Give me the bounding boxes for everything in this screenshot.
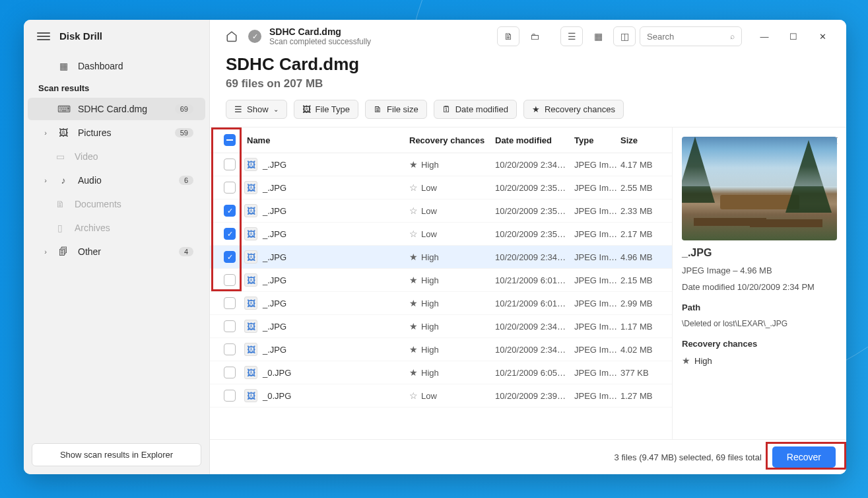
star-icon: ★ xyxy=(409,367,418,378)
chevron-right-icon: › xyxy=(42,176,49,184)
column-name[interactable]: Name xyxy=(244,135,409,145)
view-file-icon[interactable]: 🗎 xyxy=(497,26,519,46)
source-title: SDHC Card.dmg xyxy=(269,26,371,37)
size-value: 4.02 MB xyxy=(620,345,667,355)
show-in-explorer-button[interactable]: Show scan results in Explorer xyxy=(32,443,201,466)
star-icon: ☆ xyxy=(409,390,418,401)
column-type[interactable]: Type xyxy=(574,135,620,145)
view-folder-icon[interactable]: 🗀 xyxy=(523,26,546,46)
file-icon: 🖼 xyxy=(244,227,257,240)
filter-file-size[interactable]: 🗎 File size xyxy=(365,100,427,119)
image-icon: 🖼 xyxy=(302,104,311,114)
sidebar-item-label: SDHC Card.dmg xyxy=(78,104,147,114)
star-icon: ★ xyxy=(409,252,418,262)
size-value: 4.17 MB xyxy=(620,160,667,170)
star-icon: ★ xyxy=(409,298,418,308)
table-row[interactable]: ✓🖼_.JPG☆Low10/20/2009 2:35…JPEG Im…2.33 … xyxy=(210,199,672,223)
file-icon: 🖼 xyxy=(244,181,257,194)
search-input[interactable]: ⌕ xyxy=(640,26,742,46)
sidebar-item-sdhc[interactable]: ⌨ SDHC Card.dmg 69 xyxy=(28,98,205,120)
preview-recovery-label: Recovery chances xyxy=(682,339,837,349)
recovery-value: High xyxy=(421,299,439,308)
file-icon: 🖼 xyxy=(244,158,257,171)
row-checkbox[interactable] xyxy=(224,297,236,309)
table-row[interactable]: 🖼_.JPG★High10/20/2009 2:34…JPEG Im…4.02 … xyxy=(210,338,672,361)
sidebar-item-video[interactable]: ▭ Video xyxy=(28,145,205,168)
column-date[interactable]: Date modified xyxy=(495,135,574,145)
date-value: 10/20/2009 2:34… xyxy=(495,345,574,355)
row-checkbox[interactable] xyxy=(224,320,236,332)
filter-file-type[interactable]: 🖼 File Type xyxy=(294,100,359,119)
calendar-icon: 🗓 xyxy=(442,104,451,114)
star-icon: ☆ xyxy=(409,182,418,193)
sidebar-item-archives[interactable]: ▯ Archives xyxy=(28,217,205,239)
date-value: 10/20/2009 2:35… xyxy=(495,183,574,193)
row-checkbox[interactable] xyxy=(224,390,236,402)
table-row[interactable]: 🖼_0.JPG☆Low10/20/2009 2:39…JPEG Im…1.27 … xyxy=(210,384,672,408)
view-list-icon[interactable]: ☰ xyxy=(560,26,583,46)
table-row[interactable]: 🖼_.JPG★High10/21/2009 6:01…JPEG Im…2.99 … xyxy=(210,292,672,315)
table-row[interactable]: 🖼_.JPG★High10/20/2009 2:34…JPEG Im…4.17 … xyxy=(210,153,672,176)
select-all-checkbox[interactable] xyxy=(224,134,236,146)
size-value: 1.27 MB xyxy=(620,391,667,401)
table-row[interactable]: 🖼_.JPG★High10/20/2009 2:34…JPEG Im…1.17 … xyxy=(210,315,672,338)
row-checkbox[interactable] xyxy=(224,182,236,194)
close-button[interactable]: ✕ xyxy=(809,26,836,46)
table-row[interactable]: 🖼_0.JPG★High10/21/2009 6:05…JPEG Im…377 … xyxy=(210,361,672,384)
sidebar-item-pictures[interactable]: › 🖼 Pictures 59 xyxy=(28,122,205,144)
filter-date-modified[interactable]: 🗓 Date modified xyxy=(434,100,517,119)
sidebar-item-other[interactable]: › 🗐 Other 4 xyxy=(28,240,205,263)
type-value: JPEG Im… xyxy=(574,160,620,170)
maximize-button[interactable]: ☐ xyxy=(780,26,807,46)
row-checkbox[interactable] xyxy=(224,274,236,286)
view-grid-icon[interactable]: ▦ xyxy=(587,26,609,46)
row-checkbox[interactable] xyxy=(224,343,236,355)
date-value: 10/20/2009 2:34… xyxy=(495,252,574,262)
table-row[interactable]: ✓🖼_.JPG☆Low10/20/2009 2:35…JPEG Im…2.17 … xyxy=(210,223,672,246)
row-checkbox[interactable]: ✓ xyxy=(224,251,236,263)
view-split-icon[interactable]: ◫ xyxy=(613,26,636,46)
chevron-right-icon: › xyxy=(42,248,49,256)
row-checkbox[interactable] xyxy=(224,367,236,378)
footer: 3 files (9.47 MB) selected, 69 files tot… xyxy=(210,439,846,474)
home-icon[interactable] xyxy=(222,26,242,46)
row-checkbox[interactable]: ✓ xyxy=(224,205,236,217)
preview-meta: JPEG Image – 4.96 MB xyxy=(682,266,837,275)
file-name: _.JPG xyxy=(263,252,286,262)
star-icon: ★ xyxy=(682,355,690,366)
sidebar-item-dashboard[interactable]: ▦ Dashboard xyxy=(28,55,205,77)
date-value: 10/20/2009 2:39… xyxy=(495,391,574,401)
file-name: _.JPG xyxy=(263,345,286,355)
sidebar-item-audio[interactable]: › ♪ Audio 6 xyxy=(28,169,205,192)
row-checkbox[interactable] xyxy=(224,159,236,170)
file-name: _.JPG xyxy=(263,299,286,308)
sidebar-section-scan-results: Scan results xyxy=(24,78,209,97)
other-icon: 🗐 xyxy=(57,246,69,257)
type-value: JPEG Im… xyxy=(574,368,620,378)
row-checkbox[interactable]: ✓ xyxy=(224,228,236,240)
menu-icon[interactable] xyxy=(37,32,50,40)
file-name: _.JPG xyxy=(263,206,286,216)
show-dropdown[interactable]: ☰ Show ⌄ xyxy=(226,100,287,119)
column-recovery[interactable]: Recovery chances xyxy=(409,135,495,145)
date-value: 10/20/2009 2:35… xyxy=(495,206,574,216)
recovery-value: High xyxy=(421,345,439,355)
file-icon: 🖼 xyxy=(244,320,257,333)
badge: 6 xyxy=(179,176,193,185)
search-field[interactable] xyxy=(647,32,730,42)
minimize-button[interactable]: — xyxy=(751,26,778,46)
drive-icon: ⌨ xyxy=(57,104,69,114)
recovery-value: Low xyxy=(421,206,437,216)
column-size[interactable]: Size xyxy=(620,135,667,145)
type-value: JPEG Im… xyxy=(574,345,620,355)
table-row[interactable]: ✓🖼_.JPG★High10/20/2009 2:34…JPEG Im…4.96… xyxy=(210,246,672,269)
type-value: JPEG Im… xyxy=(574,322,620,332)
file-icon: 🖼 xyxy=(244,273,257,287)
filter-recovery[interactable]: ★ Recovery chances xyxy=(523,100,624,119)
date-value: 10/20/2009 2:34… xyxy=(495,322,574,332)
sidebar-item-documents[interactable]: 🗎 Documents xyxy=(28,193,205,215)
table-row[interactable]: 🖼_.JPG★High10/21/2009 6:01…JPEG Im…2.15 … xyxy=(210,269,672,292)
topbar: ✓ SDHC Card.dmg Scan completed successfu… xyxy=(210,20,846,50)
recover-button[interactable]: Recover xyxy=(772,446,836,468)
table-row[interactable]: 🖼_.JPG☆Low10/20/2009 2:35…JPEG Im…2.55 M… xyxy=(210,176,672,199)
